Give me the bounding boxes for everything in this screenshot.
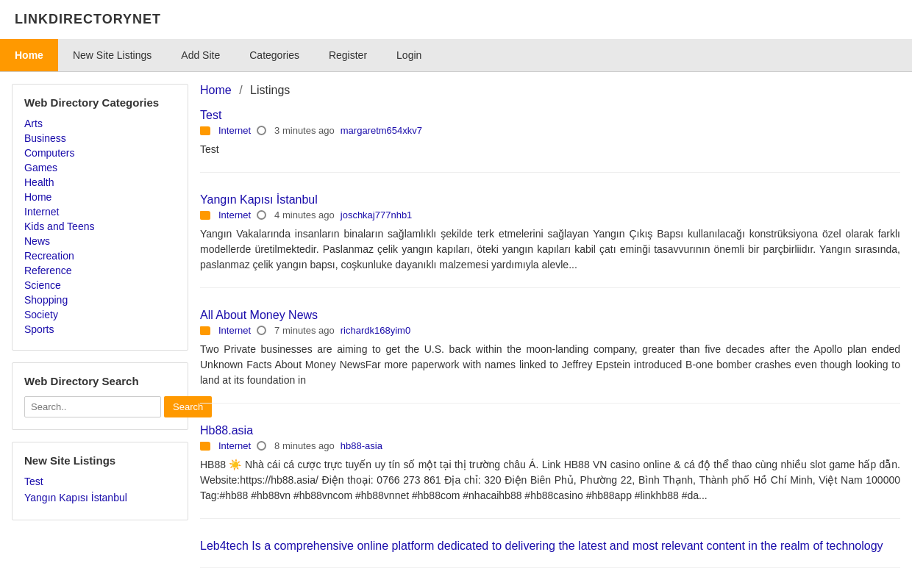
- search-form: Search: [24, 396, 176, 417]
- search-box: Web Directory Search Search: [12, 362, 188, 430]
- clock-icon: [257, 326, 266, 335]
- category-link-kids-and-teens[interactable]: Kids and Teens: [24, 220, 94, 232]
- list-item: Recreation: [24, 250, 176, 262]
- category-link-home[interactable]: Home: [24, 191, 51, 203]
- category-link-recreation[interactable]: Recreation: [24, 250, 74, 262]
- listing-item: Test Internet 3 minutes ago margaretm654…: [200, 109, 900, 173]
- list-item: Society: [24, 309, 176, 320]
- breadcrumb-home[interactable]: Home: [200, 84, 232, 96]
- listing-category-1[interactable]: Internet: [218, 209, 251, 220]
- search-input[interactable]: [24, 396, 161, 417]
- category-link-science[interactable]: Science: [24, 279, 61, 291]
- search-title: Web Directory Search: [24, 375, 176, 387]
- nav-login[interactable]: Login: [382, 39, 436, 71]
- list-item: Games: [24, 162, 176, 173]
- category-link-computers[interactable]: Computers: [24, 147, 74, 159]
- breadcrumb-current: Listings: [250, 84, 290, 96]
- breadcrumb: Home / Listings: [200, 84, 900, 97]
- listing-desc-1: Yangın Vakalarında insanların binaların …: [200, 226, 900, 273]
- categories-box: Web Directory Categories Arts Business C…: [12, 84, 188, 351]
- folder-icon: [200, 211, 210, 220]
- folder-icon: [200, 126, 210, 135]
- new-listing-link-0[interactable]: Test: [24, 476, 176, 487]
- main-layout: Web Directory Categories Arts Business C…: [0, 72, 912, 588]
- nav-categories[interactable]: Categories: [235, 39, 314, 71]
- listing-user-0[interactable]: margaretm654xkv7: [341, 125, 422, 136]
- listing-category-0[interactable]: Internet: [218, 125, 251, 136]
- listing-category-2[interactable]: Internet: [218, 325, 251, 336]
- listing-user-1[interactable]: joschkaj777nhb1: [341, 209, 413, 220]
- listing-title: Yangın Kapısı İstanbul: [200, 193, 900, 207]
- content-area: Home / Listings Test Internet 3 minutes …: [200, 84, 900, 588]
- category-link-reference[interactable]: Reference: [24, 265, 72, 276]
- listing-desc-2: Two Private businesses are aiming to get…: [200, 342, 900, 388]
- folder-icon: [200, 442, 210, 451]
- nav-add-site[interactable]: Add Site: [166, 39, 235, 71]
- category-link-business[interactable]: Business: [24, 132, 66, 144]
- nav-new-site-listings[interactable]: New Site Listings: [58, 39, 166, 71]
- sidebar: Web Directory Categories Arts Business C…: [12, 84, 188, 588]
- list-item: Arts: [24, 118, 176, 129]
- listing-item: Yangın Kapısı İstanbul Internet 4 minute…: [200, 193, 900, 288]
- listing-link-0[interactable]: Test: [200, 109, 221, 121]
- listing-link-2[interactable]: All About Money News: [200, 309, 318, 321]
- clock-icon: [257, 210, 266, 220]
- listing-item: All About Money News Internet 7 minutes …: [200, 309, 900, 404]
- listing-time-0: 3 minutes ago: [274, 125, 335, 136]
- category-link-society[interactable]: Society: [24, 309, 58, 320]
- listing-meta: Internet 7 minutes ago richardk168yim0: [200, 325, 900, 336]
- listing-meta: Internet 8 minutes ago hb88-asia: [200, 440, 900, 451]
- category-link-games[interactable]: Games: [24, 162, 57, 173]
- category-link-internet[interactable]: Internet: [24, 206, 59, 218]
- listing-desc-3: HB88 ☀️ Nhà cái cá cược trực tuyến uy tí…: [200, 457, 900, 503]
- list-item: Computers: [24, 147, 176, 159]
- category-link-sports[interactable]: Sports: [24, 323, 54, 335]
- clock-icon: [257, 441, 266, 451]
- list-item: Internet: [24, 206, 176, 218]
- listing-meta: Internet 4 minutes ago joschkaj777nhb1: [200, 209, 900, 220]
- categories-title: Web Directory Categories: [24, 96, 176, 109]
- list-item: Reference: [24, 265, 176, 276]
- list-item: Kids and Teens: [24, 220, 176, 232]
- category-link-health[interactable]: Health: [24, 176, 54, 188]
- category-link-shopping[interactable]: Shopping: [24, 294, 68, 306]
- list-item: Shopping: [24, 294, 176, 306]
- listing-link-4[interactable]: Leb4tech Is a comprehensive online platf…: [200, 539, 883, 552]
- new-listing-link-1[interactable]: Yangın Kapısı İstanbul: [24, 492, 176, 503]
- list-item: Science: [24, 279, 176, 291]
- listing-title: All About Money News: [200, 309, 900, 322]
- new-site-listings-box: New Site Listings Test Yangın Kapısı İst…: [12, 442, 188, 520]
- list-item: Sports: [24, 323, 176, 335]
- listing-desc-0: Test: [200, 142, 900, 157]
- listing-item: Hb88.asia Internet 8 minutes ago hb88-as…: [200, 424, 900, 519]
- folder-icon: [200, 326, 210, 335]
- listing-title: Leb4tech Is a comprehensive online platf…: [200, 539, 900, 553]
- list-item: Health: [24, 176, 176, 188]
- site-header: LINKDIRECTORYNET: [0, 0, 912, 39]
- clock-icon: [257, 126, 266, 135]
- listing-title: Test: [200, 109, 900, 122]
- listing-time-2: 7 minutes ago: [274, 325, 335, 336]
- listing-user-2[interactable]: richardk168yim0: [341, 325, 410, 336]
- breadcrumb-separator: /: [239, 84, 242, 96]
- list-item: Business: [24, 132, 176, 144]
- nav-register[interactable]: Register: [314, 39, 382, 71]
- category-link-news[interactable]: News: [24, 235, 50, 247]
- nav-bar: Home New Site Listings Add Site Categori…: [0, 39, 912, 72]
- list-item: Home: [24, 191, 176, 203]
- site-title: LINKDIRECTORYNET: [15, 12, 161, 26]
- listing-link-3[interactable]: Hb88.asia: [200, 424, 253, 437]
- listing-user-3[interactable]: hb88-asia: [341, 440, 382, 451]
- listing-time-1: 4 minutes ago: [274, 209, 335, 220]
- listing-title: Hb88.asia: [200, 424, 900, 437]
- listing-time-3: 8 minutes ago: [274, 440, 335, 451]
- category-link-arts[interactable]: Arts: [24, 118, 43, 129]
- nav-home[interactable]: Home: [0, 39, 58, 71]
- new-listings-title: New Site Listings: [24, 454, 176, 467]
- new-listings: Test Yangın Kapısı İstanbul: [24, 476, 176, 503]
- category-list: Arts Business Computers Games Health Hom…: [24, 118, 176, 335]
- list-item: News: [24, 235, 176, 247]
- listing-link-1[interactable]: Yangın Kapısı İstanbul: [200, 193, 318, 206]
- listing-item: Leb4tech Is a comprehensive online platf…: [200, 539, 900, 568]
- listing-category-3[interactable]: Internet: [218, 440, 251, 451]
